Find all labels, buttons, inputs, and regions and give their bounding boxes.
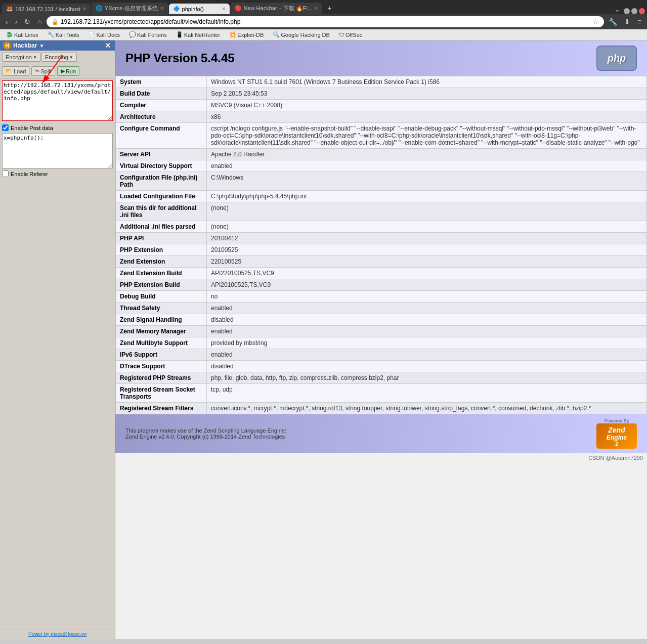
hackbar-content: Enable Post data Enable Referer xyxy=(0,78,115,629)
table-cell-value: (none) xyxy=(207,221,647,233)
load-label: Load xyxy=(14,68,26,74)
table-row: Registered Stream Socket Transportstcp, … xyxy=(116,384,647,403)
hackbar-dropdown-arrow[interactable]: ▼ xyxy=(39,43,44,49)
run-button[interactable]: ▶ Run xyxy=(57,66,79,76)
bookmark-kali-tools[interactable]: 🔧 Kali Tools xyxy=(45,30,82,39)
table-row: Registered PHP Streamsphp, file, glob, d… xyxy=(116,372,647,384)
content-area: PHP Version 5.4.45 php SystemWindows NT … xyxy=(115,40,647,639)
enable-referer-label: Enable Referer xyxy=(11,171,48,177)
table-cell-key: Zend Memory Manager xyxy=(116,326,207,337)
new-tab-button[interactable]: + xyxy=(323,2,335,14)
encryption-button[interactable]: Encryption ▼ xyxy=(2,53,40,62)
tab-1-close[interactable]: ✕ xyxy=(82,6,87,12)
bookmark-kali-nethunter[interactable]: 📱 Kali NetHunter xyxy=(173,30,224,39)
php-footer: This program makes use of the Zend Scrip… xyxy=(115,414,647,453)
window-close-button[interactable] xyxy=(639,8,645,14)
run-icon: ▶ xyxy=(61,68,65,74)
table-cell-key: Zend Extension xyxy=(116,256,207,268)
window-maximize-button[interactable] xyxy=(631,8,637,14)
home-button[interactable]: ⌂ xyxy=(35,17,44,27)
url-textarea[interactable] xyxy=(2,80,113,121)
enable-referer-checkbox[interactable] xyxy=(2,170,9,177)
table-cell-key: Additional .ini files parsed xyxy=(116,221,207,233)
table-row: PHP Extension20100525 xyxy=(116,244,647,256)
table-cell-value: php, file, glob, data, http, ftp, zip, c… xyxy=(207,372,647,384)
table-cell-key: Registered Stream Socket Transports xyxy=(116,384,207,403)
encryption-dropdown-arrow: ▼ xyxy=(33,55,37,60)
tab-4-close[interactable]: ✕ xyxy=(314,6,318,11)
star-icon[interactable]: ☆ xyxy=(592,18,599,26)
table-cell-key: Loaded Configuration File xyxy=(116,191,207,202)
encoding-button[interactable]: Encoding ▼ xyxy=(41,53,77,62)
enable-post-row: Enable Post data xyxy=(2,124,113,131)
encoding-label: Encoding xyxy=(45,54,68,60)
table-cell-value: 220100525 xyxy=(207,256,647,268)
tab-3-favicon: 🔷 xyxy=(173,6,180,12)
hackbar-footer-link[interactable]: Power by mxcs@fosec.vn xyxy=(28,631,87,637)
tab-more-button[interactable]: ⌄ xyxy=(612,4,623,14)
tab-3-close[interactable]: ✕ xyxy=(222,6,226,12)
tab-3[interactable]: 🔷 phpinfo() ✕ xyxy=(169,4,230,14)
powered-by-label: Powered By xyxy=(605,418,629,423)
post-data-textarea[interactable] xyxy=(2,133,113,168)
address-input[interactable] xyxy=(61,18,590,25)
address-bar[interactable]: 🔒 ☆ xyxy=(47,16,604,27)
enable-post-checkbox[interactable] xyxy=(2,124,9,131)
bookmark-kali-forums[interactable]: 💬 Kali Forums xyxy=(126,30,170,39)
nav-bar: ‹ › ↻ ⌂ 🔒 ☆ 🔧 ⬇ ≡ xyxy=(0,14,647,29)
hackbar-header: H Hackbar ▼ ✕ xyxy=(0,40,115,51)
split-button[interactable]: ✂ Split xyxy=(31,66,55,76)
table-row: Zend Signal Handlingdisabled xyxy=(116,314,647,326)
tab-1[interactable]: 🦊 192.168.72.131 / localhost ✕ xyxy=(2,4,91,14)
table-cell-key: Debug Build xyxy=(116,291,207,303)
table-row: Registered Stream Filtersconvert.iconv.*… xyxy=(116,403,647,414)
table-cell-value: API220100525,TS,VC9 xyxy=(207,268,647,279)
action-toolbar: 📂 Load ✂ Split ▶ Run xyxy=(0,64,115,78)
tab-2[interactable]: 🌐 YXcms-信息管理系统 ✕ xyxy=(92,3,168,14)
table-cell-key: Build Date xyxy=(116,88,207,100)
bookmark-google-hacking[interactable]: 🔍 Google Hacking DB xyxy=(270,30,333,39)
back-button[interactable]: ‹ xyxy=(3,17,11,27)
footer-line1: This program makes use of the Zend Scrip… xyxy=(125,427,286,434)
table-row: Thread Safetyenabled xyxy=(116,303,647,314)
sync-button[interactable]: ⬇ xyxy=(622,17,633,27)
table-cell-key: Zend Signal Handling xyxy=(116,314,207,326)
hackbar-logo: H xyxy=(3,41,11,50)
hackbar-toolbar: Encryption ▼ Encoding ▼ xyxy=(0,51,115,64)
enable-referer-row: Enable Referer xyxy=(2,170,113,177)
table-cell-key: Registered Stream Filters xyxy=(116,403,207,414)
table-row: CompilerMSVC9 (Visual C++ 2008) xyxy=(116,100,647,111)
table-row: Build DateSep 2 2015 23:45:53 xyxy=(116,88,647,100)
window-minimize-button[interactable] xyxy=(624,8,630,14)
tab-2-close[interactable]: ✕ xyxy=(160,6,164,11)
forward-button[interactable]: › xyxy=(13,17,20,27)
table-cell-value: (none) xyxy=(207,202,647,221)
extensions-button[interactable]: 🔧 xyxy=(606,17,620,27)
tab-1-label: 192.168.72.131 / localhost xyxy=(15,6,80,12)
load-icon: 📂 xyxy=(6,68,13,74)
table-row: Configure Commandcscript /nologo configu… xyxy=(116,123,647,149)
table-cell-value: Apache 2.0 Handler xyxy=(207,149,647,160)
tab-4[interactable]: 🔴 New Hackbar – 下载 🔥Fi... ✕ xyxy=(231,3,323,14)
table-cell-value: enabled xyxy=(207,349,647,361)
bookmark-exploit-db[interactable]: 💥 Exploit-DB xyxy=(226,30,267,39)
load-button[interactable]: 📂 Load xyxy=(2,66,29,76)
table-row: Configuration File (php.ini) PathC:\Wind… xyxy=(116,172,647,191)
table-cell-key: System xyxy=(116,76,207,88)
bookmark-offsec[interactable]: 🛡 OffSec xyxy=(336,31,365,39)
hackbar-close-button[interactable]: ✕ xyxy=(104,41,112,50)
table-cell-key: PHP API xyxy=(116,233,207,244)
menu-button[interactable]: ≡ xyxy=(635,17,644,27)
table-cell-value: provided by mbstring xyxy=(207,337,647,349)
table-cell-key: PHP Extension Build xyxy=(116,279,207,291)
table-row: Scan this dir for additional .ini files(… xyxy=(116,202,647,221)
table-cell-value: convert.iconv.*, mcrypt.*, mdecrypt.*, s… xyxy=(207,403,647,414)
bookmark-kali-docs[interactable]: 📄 Kali Docs xyxy=(85,30,123,39)
table-row: Zend Memory Managerenabled xyxy=(116,326,647,337)
table-cell-value: 20100525 xyxy=(207,244,647,256)
table-cell-value: cscript /nologo configure.js "--enable-s… xyxy=(207,123,647,149)
split-label: Split xyxy=(40,68,51,74)
refresh-button[interactable]: ↻ xyxy=(22,17,33,27)
bookmark-kali-linux[interactable]: 🐉 Kali Linux xyxy=(3,30,41,39)
hackbar-footer: Power by mxcs@fosec.vn xyxy=(0,629,115,639)
